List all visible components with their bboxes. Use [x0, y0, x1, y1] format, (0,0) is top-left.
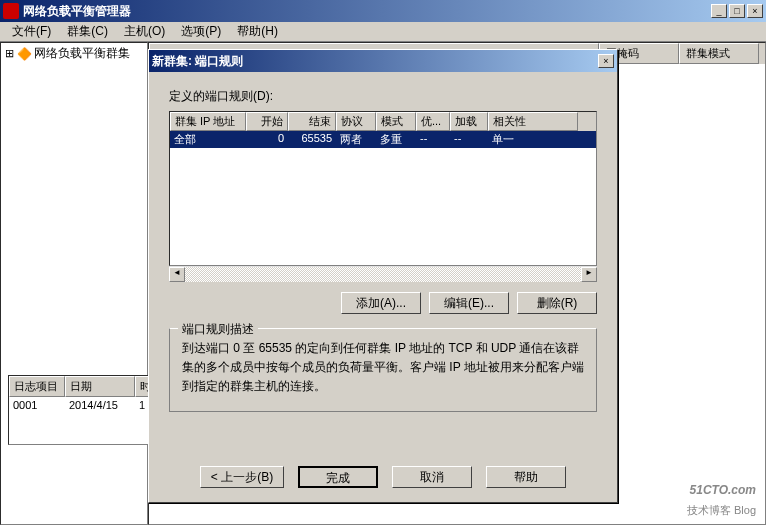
- tree-panel: ⊞ 🔶 网络负载平衡群集: [0, 42, 148, 525]
- gc-protocol: 两者: [336, 131, 376, 148]
- log-panel: 日志项目 日期 时 0001 2014/4/15 1: [8, 375, 156, 445]
- gh-start[interactable]: 开始: [246, 112, 288, 131]
- maximize-button[interactable]: □: [729, 4, 745, 18]
- help-button[interactable]: 帮助: [486, 466, 566, 488]
- gh-load[interactable]: 加载: [450, 112, 488, 131]
- gh-protocol[interactable]: 协议: [336, 112, 376, 131]
- tree-expand-icon[interactable]: ⊞: [3, 47, 15, 60]
- dialog-title: 新群集: 端口规则: [152, 53, 598, 70]
- scroll-left-icon[interactable]: ◄: [169, 267, 185, 282]
- gc-affinity: 单一: [488, 131, 578, 148]
- gc-mode: 多重: [376, 131, 416, 148]
- gh-priority[interactable]: 优...: [416, 112, 450, 131]
- cancel-button[interactable]: 取消: [392, 466, 472, 488]
- menu-help[interactable]: 帮助(H): [229, 21, 286, 42]
- gc-load: --: [450, 131, 488, 148]
- rules-grid: 群集 IP 地址 开始 结束 协议 模式 优... 加载 相关性 全部 0 65…: [169, 111, 597, 266]
- menubar: 文件(F) 群集(C) 主机(O) 选项(P) 帮助(H): [0, 22, 766, 42]
- description-groupbox: 端口规则描述 到达端口 0 至 65535 的定向到任何群集 IP 地址的 TC…: [169, 328, 597, 412]
- remove-button[interactable]: 删除(R): [517, 292, 597, 314]
- edit-button[interactable]: 编辑(E)...: [429, 292, 509, 314]
- menu-cluster[interactable]: 群集(C): [59, 21, 116, 42]
- rule-row-selected[interactable]: 全部 0 65535 两者 多重 -- -- 单一: [170, 131, 596, 148]
- log-cell-date: 2014/4/15: [65, 397, 135, 413]
- log-cell-id: 0001: [9, 397, 65, 413]
- gc-priority: --: [416, 131, 450, 148]
- gc-ip: 全部: [170, 131, 246, 148]
- tree-root-label: 网络负载平衡群集: [34, 45, 130, 62]
- window-title: 网络负载平衡管理器: [23, 3, 711, 20]
- scroll-right-icon[interactable]: ►: [581, 267, 597, 282]
- finish-button[interactable]: 完成: [298, 466, 378, 488]
- log-col-id[interactable]: 日志项目: [9, 376, 65, 397]
- gc-start: 0: [246, 131, 288, 148]
- rule-description: 到达端口 0 至 65535 的定向到任何群集 IP 地址的 TCP 和 UDP…: [182, 339, 584, 397]
- watermark: 51CTO.com 技术博客 Blog: [687, 477, 756, 517]
- scroll-track[interactable]: [185, 267, 581, 282]
- app-icon: [3, 3, 19, 19]
- dialog-close-button[interactable]: ×: [598, 54, 614, 68]
- gh-mode[interactable]: 模式: [376, 112, 416, 131]
- menu-host[interactable]: 主机(O): [116, 21, 173, 42]
- add-button[interactable]: 添加(A)...: [341, 292, 421, 314]
- watermark-tag: 技术博客 Blog: [687, 504, 756, 516]
- groupbox-title: 端口规则描述: [178, 321, 258, 338]
- window-buttons: _ □ ×: [711, 4, 763, 18]
- gh-affinity[interactable]: 相关性: [488, 112, 578, 131]
- close-button[interactable]: ×: [747, 4, 763, 18]
- watermark-site: 51CTO.com: [690, 483, 756, 497]
- grid-scrollbar[interactable]: ◄ ►: [169, 266, 597, 282]
- menu-options[interactable]: 选项(P): [173, 21, 229, 42]
- col-cluster-mode[interactable]: 群集模式: [679, 43, 759, 64]
- gh-cluster-ip[interactable]: 群集 IP 地址: [170, 112, 246, 131]
- tree-root[interactable]: ⊞ 🔶 网络负载平衡群集: [3, 45, 145, 62]
- gc-end: 65535: [288, 131, 336, 148]
- gh-end[interactable]: 结束: [288, 112, 336, 131]
- menu-file[interactable]: 文件(F): [4, 21, 59, 42]
- port-rules-dialog: 新群集: 端口规则 × 定义的端口规则(D): 群集 IP 地址 开始 结束 协…: [148, 49, 618, 503]
- minimize-button[interactable]: _: [711, 4, 727, 18]
- cluster-icon: 🔶: [17, 47, 32, 61]
- main-titlebar: 网络负载平衡管理器 _ □ ×: [0, 0, 766, 22]
- log-row[interactable]: 0001 2014/4/15 1: [9, 397, 155, 413]
- log-col-date[interactable]: 日期: [65, 376, 135, 397]
- rules-label: 定义的端口规则(D):: [169, 88, 597, 105]
- back-button[interactable]: < 上一步(B): [200, 466, 284, 488]
